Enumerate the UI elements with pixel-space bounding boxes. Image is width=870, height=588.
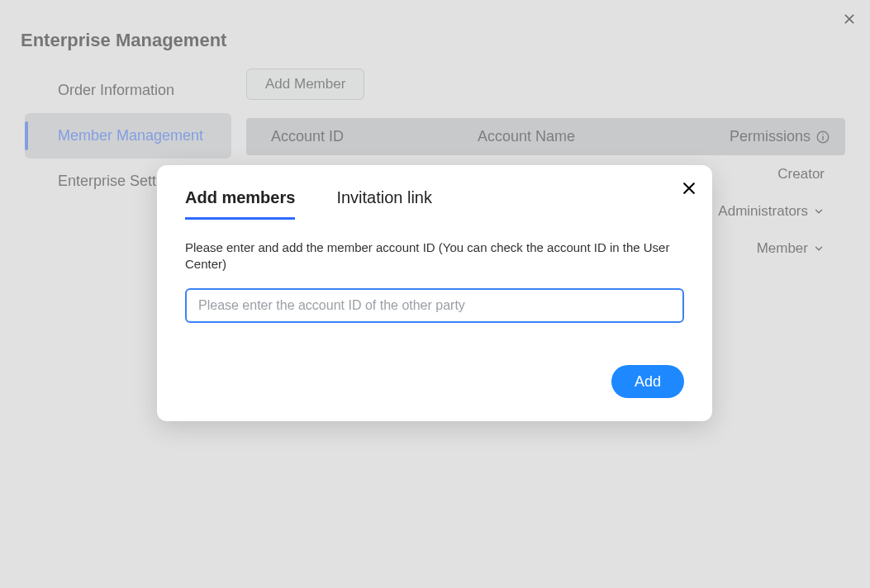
add-members-modal: Add members Invitation link Please enter… (157, 165, 712, 421)
tab-add-members[interactable]: Add members (185, 188, 295, 220)
enterprise-management-page: Enterprise Management Order Information … (0, 0, 870, 588)
close-icon[interactable] (681, 180, 697, 197)
account-id-input[interactable] (185, 288, 684, 323)
modal-description: Please enter and add the member account … (185, 239, 684, 273)
modal-footer: Add (611, 365, 684, 398)
add-button[interactable]: Add (611, 365, 684, 398)
modal-tabs: Add members Invitation link (185, 188, 684, 220)
tab-invitation-link[interactable]: Invitation link (336, 188, 432, 220)
